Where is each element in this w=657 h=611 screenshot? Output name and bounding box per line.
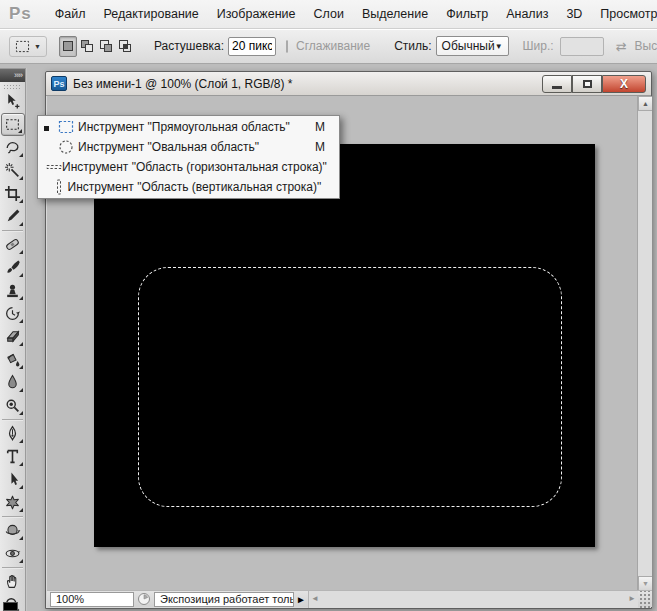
status-info-icon[interactable]: [137, 592, 151, 606]
single-row-marquee-icon: [46, 162, 62, 172]
image-canvas[interactable]: [94, 144, 595, 547]
foreground-color-swatch[interactable]: [3, 602, 18, 611]
history-brush-tool-button[interactable]: [1, 302, 25, 325]
document-title: Без имени-1 @ 100% (Слой 1, RGB/8) *: [73, 77, 293, 91]
brush-tool-button[interactable]: [1, 256, 25, 279]
status-message-field: Экспозиция работает только в ...: [154, 592, 294, 607]
flyout-item-rectangular-marquee[interactable]: Инструмент "Прямоугольная область" M: [38, 117, 339, 137]
status-flyout-arrow-icon[interactable]: ►: [296, 594, 306, 605]
scroll-left-icon[interactable]: ◄: [311, 594, 319, 603]
intersect-selection-button[interactable]: [116, 36, 134, 57]
lasso-icon: [4, 139, 21, 156]
height-label: Выс: [635, 39, 657, 53]
vertical-scrollbar[interactable]: ▲ ▼: [637, 96, 652, 591]
menu-filter[interactable]: Фильтр: [437, 7, 497, 21]
rectangular-marquee-icon: [54, 120, 78, 134]
clone-stamp-tool-button[interactable]: [1, 279, 25, 302]
eyedropper-icon: [4, 208, 21, 225]
close-button[interactable]: X: [602, 75, 646, 93]
add-to-selection-button[interactable]: [78, 36, 96, 57]
horizontal-scrollbar[interactable]: ◄ ►: [308, 591, 638, 608]
document-title-bar[interactable]: Ps Без имени-1 @ 100% (Слой 1, RGB/8) * …: [46, 72, 651, 96]
style-label: Стиль:: [394, 39, 431, 53]
path-selection-tool-button[interactable]: [1, 468, 25, 491]
chevron-down-icon: ▼: [34, 43, 41, 50]
paint-bucket-tool-button[interactable]: [1, 348, 25, 371]
scroll-right-icon[interactable]: ►: [628, 594, 636, 603]
separator: [2, 516, 23, 517]
flyout-item-single-row-marquee[interactable]: Инструмент "Область (горизонтальная стро…: [38, 157, 339, 177]
collapse-panel-button[interactable]: »»: [0, 69, 25, 82]
lasso-tool-button[interactable]: [1, 136, 25, 159]
elliptical-marquee-icon: [54, 139, 78, 155]
minimize-icon: [552, 86, 562, 89]
intersect-selection-icon: [118, 39, 132, 53]
menu-image[interactable]: Изображение: [208, 7, 305, 21]
hand-tool-button[interactable]: [1, 570, 25, 593]
menu-analysis[interactable]: Анализ: [497, 7, 557, 21]
options-bar: ▼ Растушевка:: [0, 29, 657, 64]
feather-input[interactable]: [228, 37, 276, 56]
marquee-preset-icon: [15, 40, 30, 53]
move-tool-button[interactable]: [1, 90, 25, 113]
restore-icon: [583, 80, 592, 88]
move-icon: [4, 93, 21, 110]
3d-orbit-icon: [4, 545, 21, 562]
menu-select[interactable]: Выделение: [353, 7, 437, 21]
photoshop-file-icon: Ps: [51, 76, 67, 91]
style-value: Обычный: [442, 39, 495, 53]
width-label: Шир.:: [523, 39, 554, 53]
rectangular-marquee-tool-button[interactable]: [1, 113, 25, 136]
scroll-up-button[interactable]: ▲: [638, 96, 652, 111]
add-selection-icon: [80, 39, 94, 53]
antialias-label: Сглаживание: [296, 39, 370, 53]
menu-view[interactable]: Просмотр: [591, 7, 657, 21]
type-tool-button[interactable]: [1, 445, 25, 468]
tool-preset-button[interactable]: ▼: [9, 36, 47, 57]
3d-rotate-tool-button[interactable]: [1, 519, 25, 542]
pen-tool-button[interactable]: [1, 422, 25, 445]
clone-stamp-icon: [4, 282, 21, 299]
eraser-tool-button[interactable]: [1, 325, 25, 348]
flyout-item-single-column-marquee[interactable]: Инструмент "Область (вертикальная строка…: [38, 177, 339, 197]
menu-file[interactable]: Файл: [46, 7, 95, 21]
window-resize-grip[interactable]: [638, 591, 652, 608]
custom-shape-tool-button[interactable]: [1, 491, 25, 514]
chevron-down-icon: ▼: [495, 42, 503, 51]
style-dropdown[interactable]: Обычный ▼: [436, 36, 509, 56]
zoom-level-field[interactable]: 100%: [50, 592, 134, 607]
eyedropper-tool-button[interactable]: [1, 205, 25, 228]
selection-mode-buttons: [59, 36, 134, 57]
shortcut-key: M: [315, 120, 339, 134]
blur-tool-button[interactable]: [1, 371, 25, 394]
3d-orbit-tool-button[interactable]: [1, 542, 25, 565]
minimize-button[interactable]: [542, 75, 572, 93]
scroll-down-button[interactable]: ▼: [638, 576, 652, 591]
restore-button[interactable]: [572, 75, 602, 93]
dodge-tool-button[interactable]: [1, 394, 25, 417]
flyout-item-elliptical-marquee[interactable]: Инструмент "Овальная область" M: [38, 137, 339, 157]
subtract-from-selection-button[interactable]: [97, 36, 115, 57]
path-selection-arrow-icon: [4, 471, 21, 488]
menu-bar: Ps Файл Редактирование Изображение Слои …: [0, 0, 657, 29]
antialias-checkbox[interactable]: [286, 40, 288, 53]
menu-edit[interactable]: Редактирование: [95, 7, 208, 21]
new-selection-button[interactable]: [59, 36, 77, 57]
shortcut-key: M: [315, 140, 339, 154]
window-buttons: X: [542, 75, 646, 93]
menu-3d[interactable]: 3D: [557, 7, 591, 21]
blur-drop-icon: [4, 374, 21, 391]
width-input[interactable]: [560, 37, 604, 56]
active-tool-bullet: [38, 120, 54, 134]
healing-brush-tool-button[interactable]: [1, 233, 25, 256]
close-icon: X: [620, 77, 628, 91]
marquee-selection[interactable]: [138, 267, 562, 507]
quick-selection-tool-button[interactable]: [1, 159, 25, 182]
crop-icon: [4, 185, 21, 202]
swap-dimensions-icon[interactable]: ⇄: [616, 39, 627, 54]
status-bar: 100% Экспозиция работает только в ... ► …: [47, 590, 652, 607]
crop-tool-button[interactable]: [1, 182, 25, 205]
new-selection-icon: [61, 39, 75, 53]
menu-layers[interactable]: Слои: [305, 7, 353, 21]
panel-drag-handle[interactable]: [3, 84, 22, 89]
